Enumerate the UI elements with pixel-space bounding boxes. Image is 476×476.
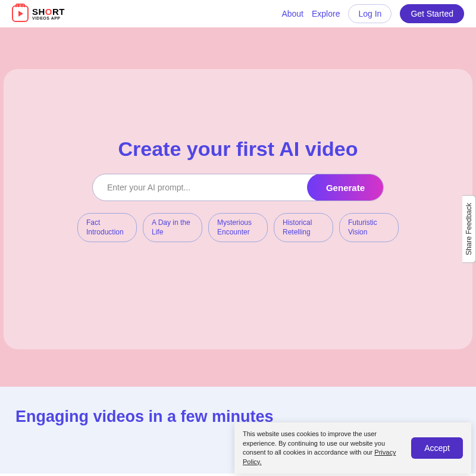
nav: About Explore Log In Get Started (281, 4, 464, 23)
login-button[interactable]: Log In (348, 4, 392, 23)
share-feedback-tab[interactable]: Share Feedback (462, 195, 476, 263)
prompt-input[interactable] (93, 174, 308, 201)
cookie-text: This website uses cookies to improve the… (243, 430, 402, 466)
logo-text: SHORT VIDEOS APP (32, 7, 65, 20)
chip-futuristic-vision[interactable]: Futuristic Vision (339, 213, 399, 242)
logo-icon (12, 5, 29, 22)
generate-button[interactable]: Generate (307, 174, 384, 201)
getstarted-button[interactable]: Get Started (400, 4, 464, 23)
hero-title: Create your first AI video (21, 137, 455, 161)
chip-fact-introduction[interactable]: Fact Introduction (77, 213, 137, 242)
chip-day-in-life[interactable]: A Day in the Life (143, 213, 202, 242)
prompt-wrap: Generate (92, 174, 384, 201)
hero-section: Create your first AI video Generate Fact… (0, 27, 476, 387)
nav-explore[interactable]: Explore (312, 9, 340, 18)
nav-about[interactable]: About (281, 9, 303, 18)
prompt-row: Generate (21, 174, 455, 201)
hero-card: Create your first AI video Generate Fact… (4, 69, 472, 349)
chip-historical-retelling[interactable]: Historical Retelling (274, 213, 333, 242)
cookie-accept-button[interactable]: Accept (411, 437, 463, 459)
header: SHORT VIDEOS APP About Explore Log In Ge… (0, 0, 476, 27)
suggestion-chips: Fact Introduction A Day in the Life Myst… (21, 213, 455, 242)
chip-mysterious-encounter[interactable]: Mysterious Encounter (208, 213, 268, 242)
logo[interactable]: SHORT VIDEOS APP (12, 5, 65, 22)
cookie-banner: This website uses cookies to improve the… (234, 422, 471, 474)
